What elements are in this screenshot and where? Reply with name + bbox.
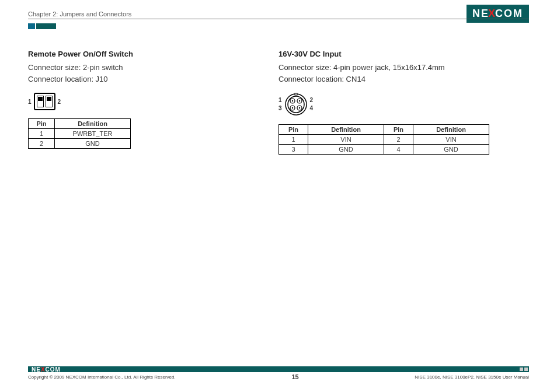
- cell-pin: 4: [384, 145, 413, 155]
- table-row: 3 GND 4 GND: [279, 145, 489, 155]
- left-pin-table: Pin Definition 1 PWRBT_TER 2 GND: [28, 118, 131, 149]
- footer-row: Copyright © 2009 NEXCOM International Co…: [28, 373, 529, 380]
- brand-post: COM: [46, 366, 61, 373]
- content-area: Remote Power On/Off Switch Connector siz…: [28, 50, 529, 155]
- header-accent: [28, 23, 56, 29]
- brand-x: X: [41, 366, 46, 373]
- right-heading: 16V-30V DC Input: [278, 50, 529, 58]
- left-column: Remote Power On/Off Switch Connector siz…: [28, 50, 278, 155]
- brand-pre: NE: [472, 8, 489, 20]
- jack-label-2: 2: [310, 96, 314, 104]
- footer-squares-icon: [520, 368, 529, 371]
- svg-point-7: [298, 100, 300, 102]
- right-line1: Connector size: 4-pin power jack, 15x16x…: [278, 62, 529, 74]
- svg-point-6: [291, 100, 293, 102]
- th-def: Definition: [308, 125, 384, 135]
- jack-label-1: 1: [278, 96, 282, 104]
- right-description: Connector size: 4-pin power jack, 15x16x…: [278, 62, 529, 85]
- table-row: 1 VIN 2 VIN: [279, 135, 489, 145]
- jack-labels-right: 2 4: [310, 96, 314, 113]
- cell-pin: 2: [29, 139, 55, 149]
- brand-logo: NEXCOM: [467, 5, 529, 23]
- svg-point-1: [288, 96, 304, 113]
- switch-pin-1-label: 1: [28, 99, 32, 105]
- page-header: Chapter 2: Jumpers and Connectors NEXCOM: [0, 0, 557, 23]
- left-line2: Connector location: J10: [28, 74, 278, 85]
- jack-diagram: 1 3 2 4: [278, 93, 529, 116]
- cell-def: VIN: [413, 135, 489, 145]
- jack-label-4: 4: [310, 104, 314, 113]
- left-line1: Connector size: 2-pin switch: [28, 62, 278, 74]
- cell-pin: 1: [279, 135, 308, 145]
- cell-def: GND: [308, 145, 384, 155]
- svg-point-9: [298, 107, 300, 108]
- brand-post: COM: [495, 8, 523, 20]
- cell-def: GND: [55, 139, 131, 149]
- footer-bar: NEXCOM: [28, 366, 529, 372]
- table-row: 2 GND: [29, 139, 131, 149]
- cell-def: VIN: [308, 135, 384, 145]
- footer-logo: NEXCOM: [29, 366, 61, 373]
- th-pin: Pin: [279, 125, 308, 135]
- cell-pin: 2: [384, 135, 413, 145]
- svg-point-8: [291, 107, 293, 108]
- cell-pin: 1: [29, 129, 55, 139]
- left-description: Connector size: 2-pin switch Connector l…: [28, 62, 278, 85]
- jack-labels-left: 1 3: [278, 96, 282, 113]
- right-column: 16V-30V DC Input Connector size: 4-pin p…: [278, 50, 529, 155]
- footer-copyright: Copyright © 2009 NEXCOM International Co…: [28, 374, 176, 380]
- page-number: 15: [291, 373, 298, 380]
- right-pin-table: Pin Definition Pin Definition 1 VIN 2 VI…: [278, 124, 489, 155]
- power-jack-icon: [284, 93, 308, 116]
- brand-pre: NE: [32, 366, 41, 373]
- th-pin: Pin: [29, 119, 55, 129]
- th-pin: Pin: [384, 125, 413, 135]
- cell-pin: 3: [279, 145, 308, 155]
- footer-manual: NISE 3100e, NISE 3100eP2, NISE 3150e Use…: [415, 374, 529, 380]
- cell-def: GND: [413, 145, 489, 155]
- switch-pin-2-label: 2: [58, 99, 61, 105]
- th-def: Definition: [413, 125, 489, 135]
- chapter-title: Chapter 2: Jumpers and Connectors: [28, 10, 131, 18]
- jack-label-3: 3: [278, 104, 282, 113]
- svg-rect-10: [295, 93, 297, 95]
- page-footer: NEXCOM Copyright © 2009 NEXCOM Internati…: [28, 366, 529, 380]
- switch-diagram: 1 2: [28, 93, 278, 110]
- right-line2: Connector location: CN14: [278, 74, 529, 85]
- th-def: Definition: [55, 119, 131, 129]
- header-rule: [28, 19, 529, 19]
- cell-def: PWRBT_TER: [55, 129, 131, 139]
- left-heading: Remote Power On/Off Switch: [28, 50, 278, 58]
- switch-icon: [34, 93, 55, 110]
- table-row: 1 PWRBT_TER: [29, 129, 131, 139]
- svg-point-0: [286, 94, 307, 115]
